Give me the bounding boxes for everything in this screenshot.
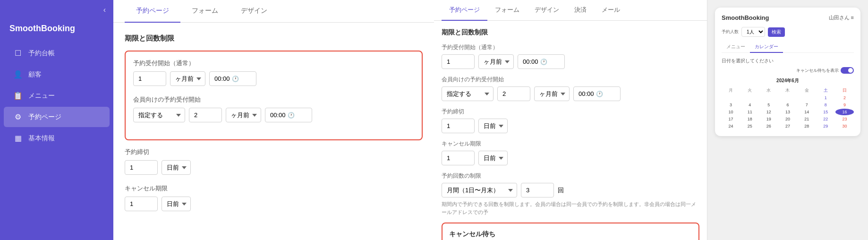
cal-day-5[interactable]: 5 [759,102,778,108]
right-tab-payment[interactable]: 決済 [567,0,594,21]
right-limit: 予約回数の制限 月間（1日〜月末） 回 期間内で予約できる回数を制限します。会員… [442,172,699,216]
clock-icon-2: 🕐 [288,112,295,119]
right-deadline-value[interactable] [442,119,475,133]
right-member-time[interactable]: 00:00 🕐 [573,86,621,101]
booking-start-time-value: 00:00 [214,75,230,82]
cal-day-24[interactable]: 24 [722,123,740,129]
right-limit-value[interactable] [521,183,554,197]
right-tab-form[interactable]: フォーム [487,0,527,21]
cal-day-18[interactable]: 18 [740,116,759,122]
right-limit-period-select[interactable]: 月間（1日〜月末） [442,183,517,197]
cal-day-19[interactable]: 19 [759,116,778,122]
cal-day-27[interactable]: 27 [778,123,797,129]
cal-day-26[interactable]: 26 [759,123,778,129]
right-limit-unit: 回 [558,186,564,195]
cal-day-9[interactable]: 9 [835,102,854,108]
cal-day-29[interactable]: 29 [817,123,835,129]
member-designation-select[interactable]: 指定する [133,108,185,122]
cal-day-17[interactable]: 17 [722,116,740,122]
cal-day-2[interactable]: 2 [835,94,854,101]
section-title: 期限と回数制限 [125,34,423,43]
right-member-value[interactable] [497,86,530,101]
tab-design[interactable]: デザイン [230,0,279,23]
cal-day-1[interactable]: 1 [817,94,835,101]
cancel-unit-select[interactable]: 日前 [162,197,191,211]
cal-day-21[interactable]: 21 [798,116,816,122]
cancel-deadline: キャンセル期限 日前 [125,184,423,211]
right-cancel-row: 日前 [442,151,699,165]
right-content: 期限と回数制限 予約受付開始（通常） ヶ月前 00:00 🕐 会員向けの予 [434,21,707,240]
cal-header-wed: 水 [759,87,778,94]
cal-day [722,94,740,101]
booking-start-unit-select[interactable]: ヶ月前 [170,71,205,86]
cal-day-8[interactable]: 8 [817,102,835,108]
sidebar-item-basic-info[interactable]: ▦ 基本情報 [4,128,110,148]
sidebar-item-customer[interactable]: 👤 顧客 [4,64,110,85]
preview-tab-calendar[interactable]: カレンダー [750,42,783,53]
preview-person-select[interactable]: 1人 [741,27,765,37]
sidebar-item-label: 基本情報 [28,134,55,143]
preview-logo: SmoothBooking [722,14,769,21]
grid-icon: ▦ [13,134,23,143]
deadline-unit-select[interactable]: 日前 [162,160,191,175]
preview-toggle-switch[interactable] [841,67,854,74]
right-cancel-value[interactable] [442,151,475,165]
collapse-button[interactable]: ‹ [103,6,106,14]
right-member-designation[interactable]: 指定する [442,86,494,101]
member-booking-value[interactable] [189,108,222,122]
right-tab-design[interactable]: デザイン [527,0,567,21]
sidebar-item-label: 予約台帳 [28,49,55,58]
member-booking-start: 会員向けの予約受付開始 指定する ヶ月前 00:00 🕐 [133,95,414,122]
cal-day-14[interactable]: 14 [798,109,816,115]
right-booking-start-value[interactable] [442,54,475,69]
cancel-value[interactable] [125,197,158,211]
right-booking-time[interactable]: 00:00 🕐 [518,54,565,69]
cal-day-28[interactable]: 28 [798,123,816,129]
cal-day-25[interactable]: 25 [740,123,759,129]
cal-day-20[interactable]: 20 [778,116,797,122]
right-member-unit[interactable]: ヶ月前 [534,86,570,101]
cal-day-12[interactable]: 12 [759,109,778,115]
right-limit-label: 予約回数の制限 [442,172,699,180]
cal-day-6[interactable]: 6 [778,102,797,108]
cal-day-13[interactable]: 13 [778,109,797,115]
person-icon: 👤 [13,70,23,79]
sidebar-item-booking-page[interactable]: ⚙ 予約ページ [4,107,110,127]
tab-form[interactable]: フォーム [180,0,230,23]
cal-day-30[interactable]: 30 [835,123,854,129]
cal-day-10[interactable]: 10 [722,109,740,115]
member-booking-unit-select[interactable]: ヶ月前 [226,108,261,122]
deadline-value[interactable] [125,160,158,175]
right-deadline-select[interactable]: 日前 [478,119,508,133]
cancel-waitlist-title: キャンセル待ち [449,230,692,239]
cal-header-thu: 木 [778,87,797,94]
right-cancel-select[interactable]: 日前 [478,151,508,165]
preview-tab-menu[interactable]: メニュー [722,42,750,52]
cal-day-4[interactable]: 4 [740,102,759,108]
cal-day-7[interactable]: 7 [798,102,816,108]
cancel-label: キャンセル期限 [125,184,423,193]
sidebar-collapse: ‹ [0,0,113,20]
booking-start-value[interactable] [133,71,166,86]
tab-booking-page[interactable]: 予約ページ [125,0,180,23]
member-booking-time[interactable]: 00:00 🕐 [265,108,312,122]
right-booking-unit-select[interactable]: ヶ月前 [478,54,514,69]
cal-day-15[interactable]: 15 [817,109,835,115]
cal-day-11[interactable]: 11 [740,109,759,115]
cal-day-22[interactable]: 22 [817,116,835,122]
sidebar-item-menu[interactable]: 📋 メニュー [4,86,110,106]
right-preview: SmoothBooking 山田さん ≡ 予約人数 1人 検索 メニュー カレン… [707,0,868,240]
right-tab-booking-page[interactable]: 予約ページ [442,0,487,21]
right-main: 予約ページ フォーム デザイン 決済 メール 期限と回数制限 予約受付開始（通常… [434,0,707,240]
preview-search-button[interactable]: 検索 [768,27,785,37]
right-tabs: 予約ページ フォーム デザイン 決済 メール [434,0,707,21]
cal-day-23[interactable]: 23 [835,116,854,122]
right-cancel-deadline: キャンセル期限 日前 [442,140,699,165]
right-tab-mail[interactable]: メール [594,0,628,21]
booking-start-time[interactable]: 00:00 🕐 [209,71,256,86]
cal-day-3[interactable]: 3 [722,102,740,108]
right-deadline-label: 予約締切 [442,108,699,116]
cal-day-16[interactable]: 16 [835,109,854,115]
sidebar-item-booking[interactable]: ☐ 予約台帳 [4,43,110,63]
left-content-area: 期限と回数制限 予約受付開始（通常） ヶ月前 00:00 🕐 [113,23,434,240]
